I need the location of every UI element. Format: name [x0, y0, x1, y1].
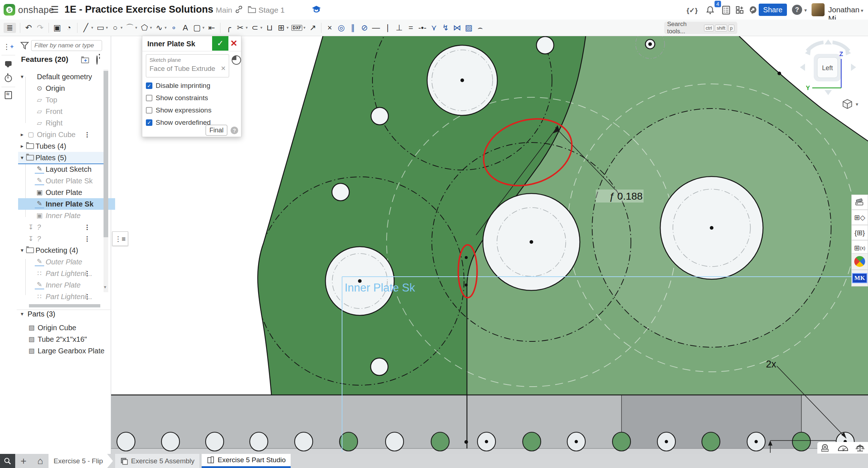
- view-cube[interactable]: Left Z Y: [796, 37, 860, 97]
- line-tool-dropdown-icon[interactable]: ▾: [91, 26, 93, 30]
- extrude-tool-icon[interactable]: ▣: [53, 24, 62, 32]
- suppressed-indicator-icon[interactable]: ⋮: [84, 293, 90, 301]
- versions-icon[interactable]: {✓}: [686, 4, 698, 16]
- final-button[interactable]: Final: [206, 125, 227, 136]
- tree-scroll-down-icon[interactable]: ▾: [104, 284, 106, 290]
- rotate-down-icon[interactable]: [825, 90, 832, 95]
- suppressed-indicator-icon[interactable]: ⋮: [84, 224, 90, 231]
- tree-caret-icon[interactable]: ▸: [18, 131, 26, 138]
- sketch-name-label[interactable]: Inner Plate Sk: [345, 281, 415, 294]
- tree-caret-icon[interactable]: ▾: [18, 247, 26, 254]
- polygon-tool-icon[interactable]: ⬠▾: [140, 24, 152, 32]
- view-options-button[interactable]: ▾: [841, 98, 858, 110]
- curvature-tool-icon[interactable]: ⌢: [476, 24, 485, 32]
- normal-constraint-icon[interactable]: ⋎: [430, 24, 438, 32]
- feature-row-right[interactable]: ▱Right: [18, 117, 115, 129]
- sketch-point[interactable]: [778, 72, 781, 75]
- fix-constraint-icon[interactable]: ▨: [464, 24, 473, 32]
- share-button[interactable]: Share: [759, 4, 787, 16]
- tree-caret-icon[interactable]: ▸: [18, 143, 26, 149]
- filter-input[interactable]: [31, 40, 102, 51]
- help-caret-icon[interactable]: ▾: [804, 7, 807, 13]
- feature-row-inner-plate-sk[interactable]: ✎Inner Plate Sk: [18, 198, 115, 210]
- tube-hole[interactable]: [117, 432, 135, 451]
- tree-caret-icon[interactable]: ▾: [18, 154, 26, 161]
- tube-hole[interactable]: [161, 432, 180, 451]
- sketch-point[interactable]: [648, 42, 652, 46]
- midpoint-constraint-icon[interactable]: -•-: [418, 24, 427, 32]
- clear-selection-icon[interactable]: ✕: [221, 65, 226, 72]
- tree-hscrollbar-thumb[interactable]: [29, 304, 100, 307]
- pattern-tool-icon[interactable]: ⊞▾: [277, 24, 289, 32]
- branch-name[interactable]: Main: [216, 6, 232, 14]
- checkbox-box[interactable]: [146, 95, 152, 101]
- configured-features-button[interactable]: {⊞}: [851, 225, 868, 240]
- tube-hole[interactable]: [206, 432, 224, 451]
- pierce-constraint-icon[interactable]: ↯: [441, 24, 450, 32]
- tangent-constraint-icon[interactable]: ⊘: [360, 24, 369, 32]
- feature-row-plates-5-[interactable]: ▾Plates (5): [18, 152, 106, 164]
- insert-feature-icon[interactable]: ⋮+: [3, 41, 14, 52]
- sketch-point[interactable]: [665, 440, 668, 443]
- mirror-tool-icon[interactable]: ⇤: [207, 24, 216, 32]
- suppressed-indicator-icon[interactable]: ⋮: [84, 270, 90, 277]
- mk-app-button[interactable]: MK: [851, 270, 868, 286]
- sketch-point[interactable]: [460, 78, 464, 82]
- checkbox-show-expressions[interactable]: Show expressions: [146, 106, 211, 114]
- checkbox-show-overdefined[interactable]: ✓Show overdefined: [146, 119, 211, 127]
- suppressed-indicator-icon[interactable]: ⋮: [84, 235, 90, 243]
- checkbox-disable-imprinting[interactable]: ✓Disable imprinting: [146, 82, 210, 90]
- symmetric-constraint-icon[interactable]: ⋈: [453, 24, 462, 32]
- suppressed-indicator-icon[interactable]: ⋮: [84, 131, 90, 139]
- history-icon[interactable]: [3, 73, 14, 84]
- hole[interactable]: [332, 183, 349, 201]
- dimension-value[interactable]: ƒ 0.188: [609, 191, 642, 202]
- undo-button-icon[interactable]: ↶: [24, 24, 33, 32]
- offset-tool-dropdown-icon[interactable]: ▾: [260, 26, 262, 30]
- feature-row-tubes-4-[interactable]: ▸Tubes (4): [18, 140, 106, 152]
- checkbox-show-constraints[interactable]: Show constraints: [146, 94, 208, 102]
- circle-tool-dropdown-icon[interactable]: ▾: [121, 26, 123, 30]
- polygon-tool-dropdown-icon[interactable]: ▾: [150, 26, 152, 30]
- main-menu-icon[interactable]: ☰: [51, 4, 59, 15]
- feature-row-inner-plate[interactable]: ✎Inner Plate: [18, 279, 115, 291]
- feature-row-outer-plate[interactable]: ▣Outer Plate: [18, 187, 115, 198]
- hole[interactable]: [536, 37, 554, 54]
- vertical-constraint-icon[interactable]: ∣: [383, 24, 392, 32]
- equal-constraint-icon[interactable]: =: [406, 24, 415, 32]
- pattern-tool-dropdown-icon[interactable]: ▾: [287, 26, 289, 30]
- search-tools[interactable]: Search tools... ctrlshiftp: [664, 22, 737, 34]
- spline-tool-dropdown-icon[interactable]: ▾: [165, 26, 167, 30]
- redo-button-icon[interactable]: ↷: [36, 24, 45, 32]
- hole[interactable]: [371, 358, 388, 375]
- dialog-cancel-button[interactable]: ✕: [230, 38, 237, 48]
- new-folder-icon[interactable]: +: [81, 56, 92, 64]
- feature-row-outer-plate-sk[interactable]: ✎Outer Plate Sk: [18, 175, 115, 187]
- arc-tool-dropdown-icon[interactable]: ▾: [135, 26, 138, 30]
- mass-properties-scale-icon[interactable]: [855, 443, 865, 452]
- tube-hole-plug[interactable]: [792, 432, 810, 451]
- document-title[interactable]: 1E - Practice Exercise Solutions: [64, 4, 213, 15]
- sketch-point[interactable]: [465, 256, 468, 259]
- feature-list-toggle-icon[interactable]: ≣: [4, 23, 16, 33]
- sketch-point[interactable]: [465, 284, 468, 286]
- spline-tool-icon[interactable]: ∿▾: [155, 24, 167, 32]
- sketch-point[interactable]: [755, 440, 758, 443]
- rectangle-tool-dropdown-icon[interactable]: ▾: [106, 26, 108, 30]
- sketch-point[interactable]: [575, 440, 578, 443]
- dialog-accept-button[interactable]: ✓: [212, 36, 228, 51]
- feature-row-default-geometry[interactable]: ▾Default geometry: [18, 71, 106, 82]
- part-row-origin-cube[interactable]: ▧Origin Cube: [18, 322, 115, 333]
- slot-tool-icon[interactable]: ▢▾: [193, 24, 205, 32]
- sketch-point[interactable]: [710, 226, 713, 230]
- tab-home-button[interactable]: ⌂: [32, 454, 49, 468]
- feature-row-outer-plate[interactable]: ✎Outer Plate: [18, 256, 115, 268]
- feature-row-layout-sketch[interactable]: ✎Layout Sketch: [18, 163, 115, 175]
- offset-tool-icon[interactable]: ⊂▾: [250, 24, 262, 32]
- education-flag-icon[interactable]: [311, 5, 321, 16]
- filter-funnel-icon[interactable]: [20, 42, 29, 50]
- tube-hole-plug[interactable]: [702, 432, 720, 451]
- feature-row-top[interactable]: ▱Top: [18, 94, 115, 106]
- dxf-import-tool-dropdown-icon[interactable]: ▾: [303, 26, 306, 30]
- sketch-plane-field[interactable]: Sketch plane Face of Tube Extrude ✕: [146, 54, 229, 77]
